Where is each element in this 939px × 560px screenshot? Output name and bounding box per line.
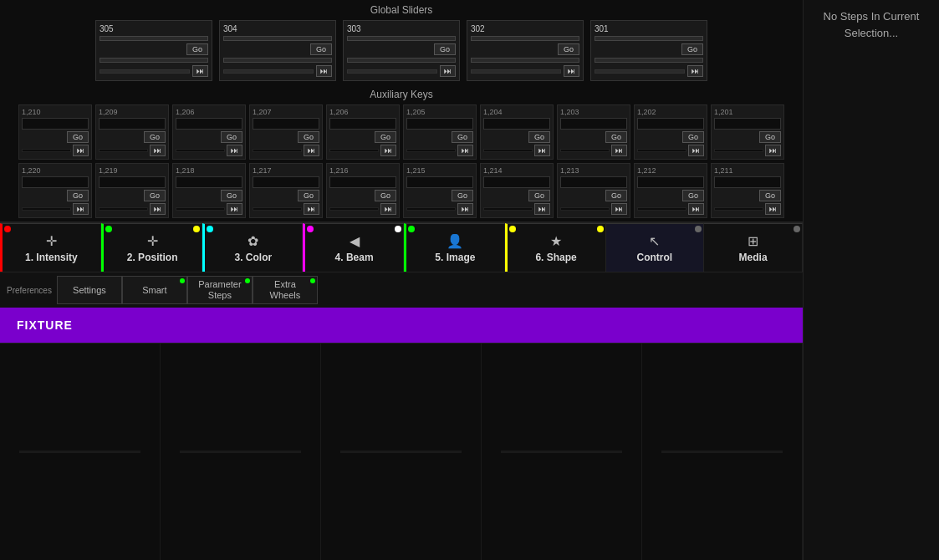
aux-go-1207[interactable]: Go (298, 131, 319, 143)
slider-track-2 (347, 58, 456, 63)
aux-go-1205[interactable]: Go (452, 131, 473, 143)
go-button-302[interactable]: Go (558, 43, 579, 55)
aux-next-1219[interactable]: ⏭ (150, 203, 166, 215)
go-button-301[interactable]: Go (681, 43, 703, 55)
func-btn-image[interactable]: 👤 5. Image (404, 223, 505, 272)
aux-go-1206b[interactable]: Go (375, 131, 396, 143)
aux-next-1212[interactable]: ⏭ (688, 203, 704, 215)
aux-next-1202[interactable]: ⏭ (688, 145, 704, 156)
slider-track-2 (471, 58, 579, 63)
func-btn-intensity[interactable]: ✛ 1. Intensity (0, 223, 101, 272)
global-sliders-section: Global Sliders 305 Go ⏭ 3 (0, 0, 803, 85)
aux-next-1215[interactable]: ⏭ (457, 203, 473, 215)
aux-keys-section: Auxiliary Keys 1,210 Go ⏭ 1,209 Go ⏭ 1,2… (0, 85, 803, 221)
aux-next-1206a[interactable]: ⏭ (227, 145, 242, 156)
color-label: 3. Color (235, 252, 273, 263)
aux-next-1201[interactable]: ⏭ (765, 145, 781, 156)
aux-next-1210[interactable]: ⏭ (73, 145, 89, 156)
next-btn-301[interactable]: ⏭ (687, 65, 703, 77)
next-btn-305[interactable]: ⏭ (192, 65, 208, 77)
slider-h (223, 69, 314, 74)
smart-dot (180, 278, 185, 283)
aux-next-1214[interactable]: ⏭ (534, 203, 550, 215)
pref-btn-extra-wheels[interactable]: ExtraWheels (253, 276, 318, 304)
func-btn-shape[interactable]: ★ 6. Shape (505, 223, 606, 272)
aux-key-1218: 1,218 Go ⏭ (172, 163, 246, 218)
next-btn-304[interactable]: ⏭ (316, 65, 332, 77)
aux-next-1213[interactable]: ⏭ (611, 203, 627, 215)
aux-go-1204[interactable]: Go (528, 131, 550, 143)
left-panel: Global Sliders 305 Go ⏭ 3 (0, 0, 803, 560)
pref-btn-smart[interactable]: Smart (122, 276, 187, 304)
go-button-304[interactable]: Go (310, 43, 332, 55)
aux-key-1205: 1,205 Go ⏭ (403, 104, 477, 160)
aux-key-1202: 1,202 Go ⏭ (634, 104, 707, 160)
media-icon: ⊞ (748, 233, 758, 249)
global-slider-305: 305 Go ⏭ (95, 20, 212, 81)
aux-go-1212[interactable]: Go (682, 190, 704, 201)
func-btn-control[interactable]: ↖ Control (606, 223, 705, 272)
aux-go-1202[interactable]: Go (682, 131, 704, 143)
shape-indicator-left (509, 226, 516, 232)
aux-go-1211[interactable]: Go (759, 190, 781, 201)
aux-next-1206b[interactable]: ⏭ (380, 145, 396, 156)
wheels-dot (310, 278, 315, 283)
func-btn-beam[interactable]: ◀ 4. Beam (303, 223, 404, 272)
func-btn-color[interactable]: ✿ 3. Color (202, 223, 304, 272)
next-btn-302[interactable]: ⏭ (564, 65, 579, 77)
aux-key-1211: 1,211 Go ⏭ (711, 163, 784, 218)
aux-go-1214[interactable]: Go (528, 190, 550, 201)
aux-go-1201[interactable]: Go (759, 131, 781, 143)
aux-key-1214: 1,214 Go ⏭ (480, 163, 554, 218)
aux-key-1203: 1,203 Go ⏭ (557, 104, 630, 160)
global-sliders-title: Global Sliders (8, 4, 794, 16)
aux-key-1201: 1,201 Go ⏭ (711, 104, 784, 160)
aux-go-1217[interactable]: Go (298, 190, 319, 201)
pref-btn-settings[interactable]: Settings (57, 276, 122, 304)
aux-key-1209: 1,209 Go ⏭ (95, 104, 169, 160)
func-btn-media[interactable]: ⊞ Media (704, 223, 803, 272)
aux-next-1211[interactable]: ⏭ (765, 203, 781, 215)
aux-next-1220[interactable]: ⏭ (73, 203, 89, 215)
aux-next-1204[interactable]: ⏭ (534, 145, 550, 156)
aux-go-1215[interactable]: Go (452, 190, 473, 201)
intensity-label: 1. Intensity (25, 252, 78, 263)
aux-go-1220[interactable]: Go (67, 190, 89, 201)
aux-go-1210[interactable]: Go (67, 131, 89, 143)
next-btn-303[interactable]: ⏭ (440, 65, 456, 77)
aux-keys-title: Auxiliary Keys (8, 89, 794, 100)
go-button-303[interactable]: Go (434, 43, 456, 55)
color-indicator (207, 226, 213, 232)
aux-next-1209[interactable]: ⏭ (150, 145, 166, 156)
pref-btn-parameter-steps[interactable]: ParameterSteps (187, 276, 253, 304)
shape-indicator-right (597, 226, 604, 232)
beam-indicator-left (307, 226, 314, 232)
go-button-305[interactable]: Go (186, 43, 208, 55)
shape-label: 6. Shape (535, 252, 576, 263)
slider-track (223, 36, 332, 41)
global-slider-302: 302 Go ⏭ (467, 20, 584, 81)
aux-next-1216[interactable]: ⏭ (380, 203, 396, 215)
aux-next-1218[interactable]: ⏭ (227, 203, 242, 215)
pref-buttons-group: Settings Smart ParameterSteps ExtraWheel… (57, 276, 318, 304)
aux-next-1205[interactable]: ⏭ (457, 145, 473, 156)
aux-go-1218[interactable]: Go (221, 190, 242, 201)
aux-go-1209[interactable]: Go (144, 131, 166, 143)
global-slider-304: 304 Go ⏭ (219, 20, 336, 81)
slider-h (471, 69, 561, 74)
aux-next-1217[interactable]: ⏭ (304, 203, 319, 215)
bottom-slider-5 (661, 451, 783, 453)
aux-go-1216[interactable]: Go (375, 190, 396, 201)
aux-go-1219[interactable]: Go (144, 190, 166, 201)
beam-label: 4. Beam (335, 252, 374, 263)
aux-go-1206a[interactable]: Go (221, 131, 242, 143)
aux-keys-row1: 1,210 Go ⏭ 1,209 Go ⏭ 1,206 Go ⏭ (8, 104, 794, 160)
beam-indicator-right (395, 226, 401, 232)
position-label: 2. Position (127, 252, 178, 263)
aux-next-1203[interactable]: ⏭ (611, 145, 627, 156)
aux-go-1203[interactable]: Go (605, 131, 627, 143)
aux-go-1213[interactable]: Go (605, 190, 627, 201)
aux-key-1204: 1,204 Go ⏭ (480, 104, 554, 160)
func-btn-position[interactable]: ✛ 2. Position (101, 223, 202, 272)
aux-next-1207[interactable]: ⏭ (304, 145, 319, 156)
